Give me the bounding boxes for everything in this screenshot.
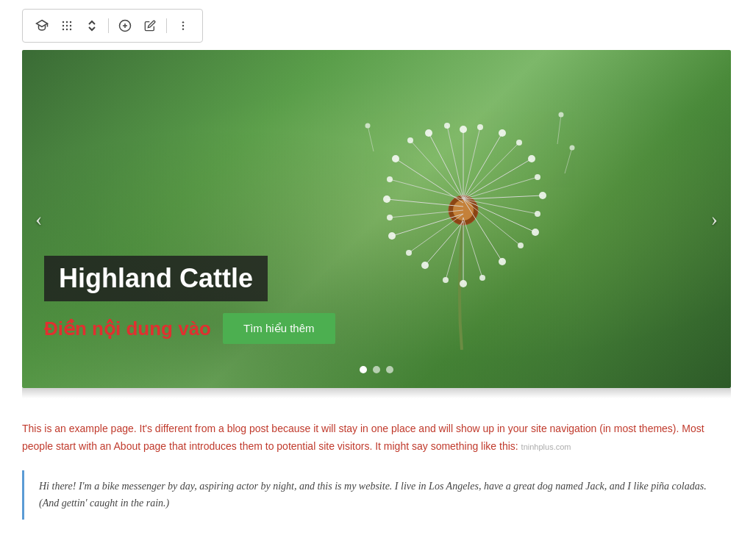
svg-point-58: [406, 250, 412, 256]
slide-title: Highland Cattle: [44, 256, 268, 301]
svg-line-53: [390, 179, 463, 199]
add-circle-icon[interactable]: [115, 15, 135, 36]
svg-point-34: [421, 262, 429, 269]
svg-point-2: [63, 21, 64, 23]
toolbar-divider-2: [166, 18, 167, 33]
slider-dots: [360, 366, 393, 373]
svg-point-10: [70, 29, 71, 30]
svg-point-52: [407, 137, 413, 143]
svg-line-41: [429, 133, 463, 199]
svg-line-65: [463, 127, 480, 199]
svg-line-61: [463, 218, 482, 278]
svg-point-3: [66, 21, 68, 23]
slider-next-arrow[interactable]: ›: [705, 200, 724, 238]
grid-dots-icon[interactable]: [57, 15, 77, 36]
svg-point-60: [443, 277, 449, 283]
image-slider: ‹ › Highland Cattle Điền nội dung vào Tì…: [22, 50, 731, 388]
pencil-icon[interactable]: [140, 15, 160, 36]
svg-line-25: [463, 195, 543, 199]
editor-toolbar: [22, 9, 203, 43]
slide-cta-button[interactable]: Tìm hiểu thêm: [223, 313, 335, 344]
svg-point-8: [63, 29, 64, 30]
svg-line-69: [565, 148, 572, 173]
page-content: This is an example page. It's different …: [22, 420, 728, 520]
svg-line-35: [392, 214, 463, 236]
slider-shadow: [22, 388, 731, 398]
page-blockquote: Hi there! I'm a bike messenger by day, a…: [22, 470, 728, 520]
svg-point-38: [383, 195, 390, 203]
svg-point-50: [518, 243, 524, 248]
svg-point-6: [66, 25, 68, 26]
svg-point-22: [499, 129, 506, 137]
svg-point-26: [539, 192, 546, 199]
slide-content: Highland Cattle Điền nội dung vào Tìm hi…: [44, 256, 335, 344]
svg-point-46: [535, 174, 540, 180]
more-options-icon[interactable]: [173, 15, 193, 36]
svg-point-56: [387, 215, 393, 220]
svg-point-32: [460, 280, 467, 287]
svg-line-63: [447, 126, 463, 199]
slider-prev-arrow[interactable]: ‹: [29, 200, 48, 238]
slider-background: ‹ › Highland Cattle Điền nội dung vào Tì…: [22, 50, 731, 388]
svg-point-14: [182, 21, 184, 23]
svg-point-48: [535, 211, 540, 217]
toolbar-divider-1: [108, 18, 109, 33]
svg-line-29: [463, 199, 502, 262]
svg-point-9: [66, 29, 68, 30]
svg-point-70: [569, 146, 574, 151]
slide-subtitle-row: Điền nội dung vào Tìm hiểu thêm: [44, 313, 335, 344]
svg-point-28: [532, 229, 539, 236]
slide-dot-1[interactable]: [360, 366, 367, 373]
blockquote-text: Hi there! I'm a bike messenger by day, a…: [39, 481, 707, 509]
svg-point-16: [182, 28, 184, 29]
svg-point-7: [70, 25, 71, 26]
slide-subtitle: Điền nội dung vào: [44, 317, 211, 340]
page-paragraph: This is an example page. It's different …: [22, 420, 728, 456]
svg-point-42: [425, 129, 432, 137]
paragraph-text: This is an example page. It's different …: [22, 423, 704, 452]
slide-dot-3[interactable]: [386, 366, 393, 373]
svg-point-20: [460, 126, 467, 133]
svg-point-36: [388, 232, 396, 240]
svg-point-40: [392, 155, 399, 162]
svg-point-44: [516, 140, 522, 146]
svg-point-72: [365, 123, 370, 129]
svg-point-66: [477, 124, 483, 130]
svg-point-54: [387, 176, 393, 182]
svg-line-71: [368, 126, 374, 151]
slide-dot-2[interactable]: [373, 366, 380, 373]
svg-point-5: [63, 25, 64, 26]
graduate-cap-icon[interactable]: [32, 15, 52, 36]
svg-point-24: [528, 155, 535, 162]
svg-point-68: [558, 112, 563, 118]
watermark-text: tninhplus.com: [521, 442, 571, 451]
svg-point-64: [444, 123, 450, 129]
svg-point-4: [70, 21, 71, 23]
svg-point-15: [182, 25, 184, 26]
dandelion-image: [344, 85, 579, 353]
chevron-updown-icon[interactable]: [82, 15, 102, 36]
svg-point-62: [479, 275, 485, 281]
svg-point-30: [499, 258, 506, 265]
svg-line-67: [557, 115, 561, 144]
